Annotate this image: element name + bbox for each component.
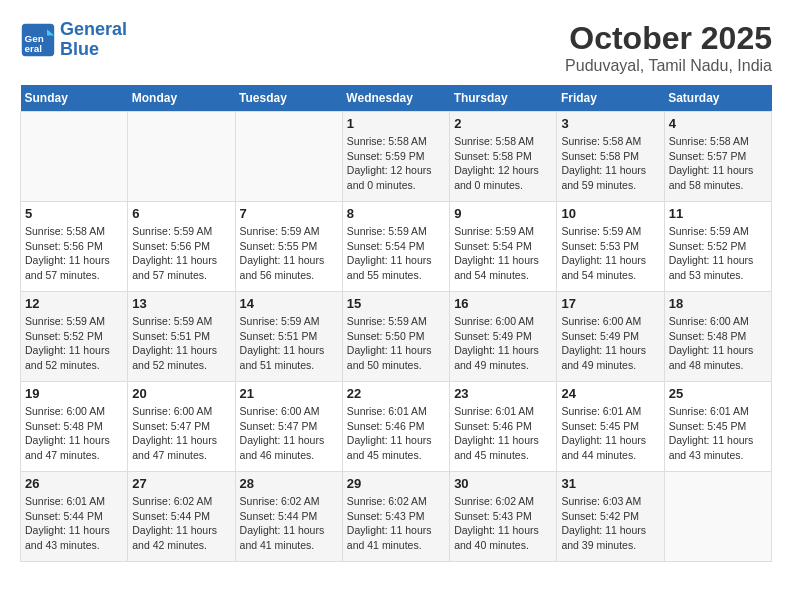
day-cell: 31Sunrise: 6:03 AMSunset: 5:42 PMDayligh… (557, 472, 664, 562)
day-cell: 17Sunrise: 6:00 AMSunset: 5:49 PMDayligh… (557, 292, 664, 382)
day-info: Sunrise: 6:03 AMSunset: 5:42 PMDaylight:… (561, 494, 659, 553)
weekday-header-sunday: Sunday (21, 85, 128, 112)
day-cell: 19Sunrise: 6:00 AMSunset: 5:48 PMDayligh… (21, 382, 128, 472)
day-cell: 5Sunrise: 5:58 AMSunset: 5:56 PMDaylight… (21, 202, 128, 292)
day-cell: 10Sunrise: 5:59 AMSunset: 5:53 PMDayligh… (557, 202, 664, 292)
day-info: Sunrise: 5:59 AMSunset: 5:52 PMDaylight:… (669, 224, 767, 283)
day-cell: 7Sunrise: 5:59 AMSunset: 5:55 PMDaylight… (235, 202, 342, 292)
day-info: Sunrise: 5:59 AMSunset: 5:54 PMDaylight:… (347, 224, 445, 283)
day-cell: 18Sunrise: 6:00 AMSunset: 5:48 PMDayligh… (664, 292, 771, 382)
day-cell: 2Sunrise: 5:58 AMSunset: 5:58 PMDaylight… (450, 112, 557, 202)
day-info: Sunrise: 5:58 AMSunset: 5:56 PMDaylight:… (25, 224, 123, 283)
day-cell: 14Sunrise: 5:59 AMSunset: 5:51 PMDayligh… (235, 292, 342, 382)
weekday-header-thursday: Thursday (450, 85, 557, 112)
week-row-2: 5Sunrise: 5:58 AMSunset: 5:56 PMDaylight… (21, 202, 772, 292)
day-cell: 24Sunrise: 6:01 AMSunset: 5:45 PMDayligh… (557, 382, 664, 472)
day-number: 13 (132, 296, 230, 311)
day-info: Sunrise: 6:00 AMSunset: 5:47 PMDaylight:… (240, 404, 338, 463)
day-cell: 6Sunrise: 5:59 AMSunset: 5:56 PMDaylight… (128, 202, 235, 292)
day-info: Sunrise: 5:59 AMSunset: 5:54 PMDaylight:… (454, 224, 552, 283)
day-number: 27 (132, 476, 230, 491)
page-subtitle: Puduvayal, Tamil Nadu, India (565, 57, 772, 75)
day-cell: 28Sunrise: 6:02 AMSunset: 5:44 PMDayligh… (235, 472, 342, 562)
day-info: Sunrise: 5:58 AMSunset: 5:59 PMDaylight:… (347, 134, 445, 193)
day-number: 15 (347, 296, 445, 311)
weekday-header-row: SundayMondayTuesdayWednesdayThursdayFrid… (21, 85, 772, 112)
logo-text: General Blue (60, 20, 127, 60)
day-cell: 8Sunrise: 5:59 AMSunset: 5:54 PMDaylight… (342, 202, 449, 292)
day-info: Sunrise: 6:00 AMSunset: 5:48 PMDaylight:… (669, 314, 767, 373)
day-number: 18 (669, 296, 767, 311)
day-info: Sunrise: 5:59 AMSunset: 5:52 PMDaylight:… (25, 314, 123, 373)
day-info: Sunrise: 6:01 AMSunset: 5:44 PMDaylight:… (25, 494, 123, 553)
day-info: Sunrise: 5:59 AMSunset: 5:51 PMDaylight:… (240, 314, 338, 373)
day-cell: 4Sunrise: 5:58 AMSunset: 5:57 PMDaylight… (664, 112, 771, 202)
day-info: Sunrise: 6:02 AMSunset: 5:43 PMDaylight:… (347, 494, 445, 553)
day-number: 3 (561, 116, 659, 131)
day-cell (235, 112, 342, 202)
day-info: Sunrise: 5:59 AMSunset: 5:56 PMDaylight:… (132, 224, 230, 283)
weekday-header-monday: Monday (128, 85, 235, 112)
day-cell: 25Sunrise: 6:01 AMSunset: 5:45 PMDayligh… (664, 382, 771, 472)
day-info: Sunrise: 5:58 AMSunset: 5:58 PMDaylight:… (561, 134, 659, 193)
day-info: Sunrise: 6:01 AMSunset: 5:46 PMDaylight:… (347, 404, 445, 463)
weekday-header-friday: Friday (557, 85, 664, 112)
weekday-header-wednesday: Wednesday (342, 85, 449, 112)
day-number: 26 (25, 476, 123, 491)
day-cell: 16Sunrise: 6:00 AMSunset: 5:49 PMDayligh… (450, 292, 557, 382)
day-number: 6 (132, 206, 230, 221)
weekday-header-saturday: Saturday (664, 85, 771, 112)
calendar-table: SundayMondayTuesdayWednesdayThursdayFrid… (20, 85, 772, 562)
day-cell: 11Sunrise: 5:59 AMSunset: 5:52 PMDayligh… (664, 202, 771, 292)
day-cell: 27Sunrise: 6:02 AMSunset: 5:44 PMDayligh… (128, 472, 235, 562)
day-info: Sunrise: 6:01 AMSunset: 5:45 PMDaylight:… (669, 404, 767, 463)
day-info: Sunrise: 5:59 AMSunset: 5:50 PMDaylight:… (347, 314, 445, 373)
day-cell: 26Sunrise: 6:01 AMSunset: 5:44 PMDayligh… (21, 472, 128, 562)
page-title: October 2025 (565, 20, 772, 57)
page-header: Gen eral General Blue October 2025 Puduv… (20, 20, 772, 75)
day-info: Sunrise: 6:01 AMSunset: 5:46 PMDaylight:… (454, 404, 552, 463)
day-cell (664, 472, 771, 562)
day-info: Sunrise: 5:58 AMSunset: 5:58 PMDaylight:… (454, 134, 552, 193)
day-number: 14 (240, 296, 338, 311)
day-number: 1 (347, 116, 445, 131)
day-cell: 3Sunrise: 5:58 AMSunset: 5:58 PMDaylight… (557, 112, 664, 202)
day-cell (128, 112, 235, 202)
day-cell: 20Sunrise: 6:00 AMSunset: 5:47 PMDayligh… (128, 382, 235, 472)
day-cell: 29Sunrise: 6:02 AMSunset: 5:43 PMDayligh… (342, 472, 449, 562)
day-cell: 9Sunrise: 5:59 AMSunset: 5:54 PMDaylight… (450, 202, 557, 292)
day-info: Sunrise: 6:01 AMSunset: 5:45 PMDaylight:… (561, 404, 659, 463)
day-number: 7 (240, 206, 338, 221)
day-number: 19 (25, 386, 123, 401)
logo: Gen eral General Blue (20, 20, 127, 60)
day-cell: 21Sunrise: 6:00 AMSunset: 5:47 PMDayligh… (235, 382, 342, 472)
day-number: 23 (454, 386, 552, 401)
day-number: 8 (347, 206, 445, 221)
day-info: Sunrise: 5:58 AMSunset: 5:57 PMDaylight:… (669, 134, 767, 193)
day-info: Sunrise: 6:00 AMSunset: 5:47 PMDaylight:… (132, 404, 230, 463)
day-number: 30 (454, 476, 552, 491)
day-number: 2 (454, 116, 552, 131)
day-info: Sunrise: 6:00 AMSunset: 5:49 PMDaylight:… (454, 314, 552, 373)
day-number: 21 (240, 386, 338, 401)
day-cell: 22Sunrise: 6:01 AMSunset: 5:46 PMDayligh… (342, 382, 449, 472)
day-cell: 15Sunrise: 5:59 AMSunset: 5:50 PMDayligh… (342, 292, 449, 382)
day-number: 11 (669, 206, 767, 221)
day-number: 31 (561, 476, 659, 491)
day-cell: 12Sunrise: 5:59 AMSunset: 5:52 PMDayligh… (21, 292, 128, 382)
day-cell (21, 112, 128, 202)
day-cell: 23Sunrise: 6:01 AMSunset: 5:46 PMDayligh… (450, 382, 557, 472)
week-row-4: 19Sunrise: 6:00 AMSunset: 5:48 PMDayligh… (21, 382, 772, 472)
day-number: 4 (669, 116, 767, 131)
day-number: 9 (454, 206, 552, 221)
day-number: 12 (25, 296, 123, 311)
weekday-header-tuesday: Tuesday (235, 85, 342, 112)
week-row-5: 26Sunrise: 6:01 AMSunset: 5:44 PMDayligh… (21, 472, 772, 562)
day-cell: 1Sunrise: 5:58 AMSunset: 5:59 PMDaylight… (342, 112, 449, 202)
day-cell: 30Sunrise: 6:02 AMSunset: 5:43 PMDayligh… (450, 472, 557, 562)
day-info: Sunrise: 6:02 AMSunset: 5:43 PMDaylight:… (454, 494, 552, 553)
svg-text:eral: eral (25, 42, 43, 53)
week-row-1: 1Sunrise: 5:58 AMSunset: 5:59 PMDaylight… (21, 112, 772, 202)
day-number: 5 (25, 206, 123, 221)
day-number: 22 (347, 386, 445, 401)
